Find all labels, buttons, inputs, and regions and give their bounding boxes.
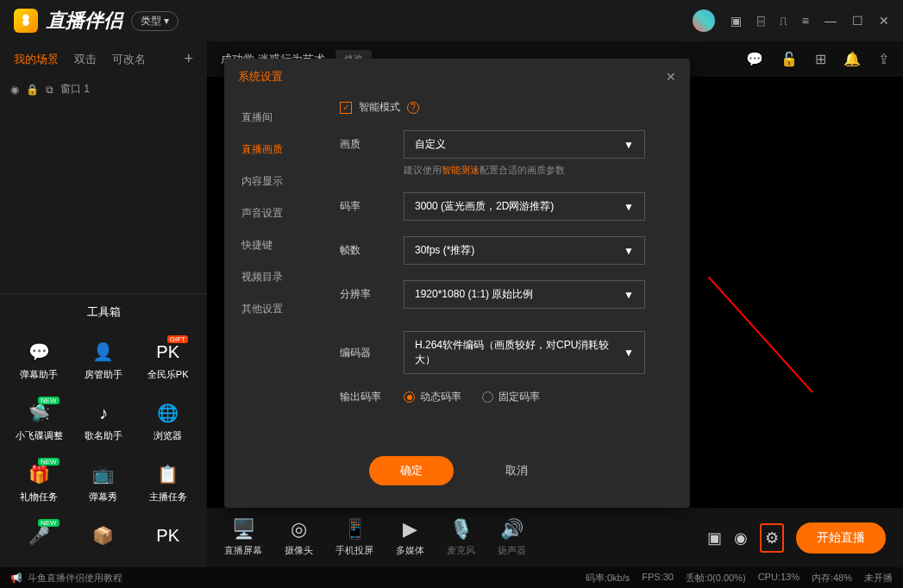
- titlebar: 直播伴侣 类型▾ ▣ ⌸ ⎍ ≡ — ☐ ✕: [0, 0, 903, 41]
- bt-multimedia[interactable]: ▶多媒体: [396, 518, 424, 557]
- chevron-down-icon: ▼: [624, 289, 634, 301]
- gear-icon[interactable]: ⚙: [765, 529, 779, 547]
- settings-button-highlight: ⚙: [760, 523, 784, 553]
- tab-rename[interactable]: 可改名: [112, 52, 146, 67]
- titlebar-right: ▣ ⌸ ⎍ ≡ — ☐ ✕: [693, 9, 889, 32]
- tab-doubleclick[interactable]: 双击: [74, 52, 97, 67]
- nav-other[interactable]: 其他设置: [224, 293, 319, 325]
- shirt-icon[interactable]: ⎍: [780, 14, 787, 28]
- bitrate-label: 码率: [340, 199, 388, 214]
- nav-quality[interactable]: 直播画质: [224, 134, 319, 166]
- tool-anchor-task[interactable]: 📋主播任务: [135, 453, 200, 514]
- maximize-icon[interactable]: ☐: [852, 14, 863, 28]
- bt-screen[interactable]: 🖥️直播屏幕: [224, 518, 262, 557]
- quality-hint: 建议使用智能测速配置合适的画质参数: [404, 164, 669, 177]
- sb-drop: 丢帧:0(0.00%): [686, 572, 746, 585]
- titlebar-left: 直播伴侣 类型▾: [14, 8, 179, 34]
- tool-gift-task[interactable]: NEW🎁礼物任务: [7, 453, 72, 514]
- type-dropdown[interactable]: 类型▾: [131, 11, 179, 31]
- bt-mobile-cast[interactable]: 📱手机投屏: [335, 518, 373, 557]
- speed-test-link[interactable]: 智能测速: [442, 165, 480, 175]
- tool-mic[interactable]: NEW🎤: [7, 514, 72, 557]
- chevron-down-icon: ▼: [624, 201, 634, 213]
- resolution-select[interactable]: 1920*1080 (1:1) 原始比例▼: [404, 280, 645, 309]
- close-icon[interactable]: ✕: [879, 14, 889, 28]
- screen-icon[interactable]: ▣: [731, 14, 742, 28]
- tab-my-scene[interactable]: 我的场景: [14, 52, 59, 67]
- nav-video-dir[interactable]: 视频目录: [224, 261, 319, 293]
- bt-mic[interactable]: 🎙️麦克风: [447, 518, 475, 557]
- sb-bitrate: 码率:0kb/s: [586, 572, 630, 585]
- modal-nav: 直播间 直播画质 内容显示 声音设置 快捷键 视频目录 其他设置: [224, 95, 319, 437]
- scene-tabs: 我的场景 双击 可改名 +: [0, 41, 207, 77]
- layout-icon[interactable]: ⊞: [815, 51, 826, 67]
- start-stream-button[interactable]: 开始直播: [796, 522, 886, 554]
- modal-title: 系统设置: [238, 69, 283, 84]
- nav-hotkey[interactable]: 快捷键: [224, 229, 319, 261]
- smart-mode-label: 智能模式: [359, 100, 400, 115]
- tool-danmu-helper[interactable]: 💬弹幕助手: [7, 330, 72, 391]
- smart-mode-checkbox[interactable]: ✓: [340, 102, 352, 114]
- chevron-down-icon: ▼: [624, 347, 634, 359]
- share-icon[interactable]: ⇪: [878, 51, 889, 67]
- statusbar: 📢 斗鱼直播伴侣使用教程 码率:0kb/s FPS:30 丢帧:0(0.00%)…: [0, 567, 903, 588]
- tool-pk2[interactable]: PK: [135, 514, 200, 557]
- radio-fixed[interactable]: 固定码率: [482, 390, 540, 404]
- chat-icon[interactable]: 💬: [746, 51, 763, 67]
- add-scene-button[interactable]: +: [184, 50, 193, 68]
- tool-box[interactable]: 📦: [72, 514, 136, 557]
- sb-mem: 内存:48%: [812, 572, 852, 585]
- sb-cpu: CPU:13%: [758, 572, 800, 585]
- nav-room[interactable]: 直播间: [224, 102, 319, 134]
- record-icon[interactable]: ▣: [707, 529, 722, 547]
- eye-icon[interactable]: ◉: [10, 84, 19, 96]
- visibility-icon[interactable]: ◉: [734, 529, 748, 547]
- nav-audio[interactable]: 声音设置: [224, 197, 319, 229]
- bottom-toolbar: 🖥️直播屏幕 ◎摄像头 📱手机投屏 ▶多媒体 🎙️麦克风 🔊扬声器 ▣ ◉ ⚙ …: [207, 508, 903, 567]
- monitor-icon[interactable]: ⌸: [757, 14, 764, 28]
- quality-select[interactable]: 自定义▼: [404, 130, 645, 159]
- bt-camera[interactable]: ◎摄像头: [285, 518, 313, 557]
- sb-status: 未开播: [864, 572, 893, 585]
- fps-select[interactable]: 30fps (*推荐)▼: [404, 236, 645, 265]
- modal-content: ✓ 智能模式 ? 画质 自定义▼ 建议使用智能测速配置合适的画质参数 码率 30…: [319, 95, 690, 437]
- nav-display[interactable]: 内容显示: [224, 166, 319, 197]
- tool-ufo[interactable]: NEW🛸小飞碟调整: [7, 391, 72, 453]
- source-item[interactable]: ◉ 🔒 ⧉ 窗口 1: [0, 77, 207, 102]
- bt-speaker[interactable]: 🔊扬声器: [498, 518, 526, 557]
- encoder-select[interactable]: H.264软件编码（画质较好，对CPU消耗较大）▼: [404, 331, 645, 374]
- lock-icon[interactable]: 🔒: [26, 84, 39, 96]
- avatar[interactable]: [693, 9, 715, 32]
- encoder-label: 编码器: [340, 346, 388, 360]
- ok-button[interactable]: 确定: [369, 456, 454, 485]
- bitrate-select[interactable]: 3000 (蓝光画质，2D网游推荐)▼: [404, 192, 645, 221]
- notice-icon: 📢: [10, 572, 22, 584]
- tool-room-manager[interactable]: 👤房管助手: [72, 330, 136, 391]
- tool-pk[interactable]: GIFTPK全民乐PK: [135, 330, 200, 391]
- cancel-button[interactable]: 取消: [488, 456, 545, 485]
- settings-modal: 系统设置 ✕ 直播间 直播画质 内容显示 声音设置 快捷键 视频目录 其他设置 …: [224, 59, 690, 508]
- radio-dynamic[interactable]: 动态码率: [404, 390, 461, 404]
- quality-label: 画质: [340, 137, 388, 152]
- fps-label: 帧数: [340, 243, 388, 258]
- resolution-label: 分辨率: [340, 287, 388, 302]
- output-bitrate-label: 输出码率: [340, 390, 388, 404]
- toolbox-header: 工具箱: [0, 293, 207, 330]
- minimize-icon[interactable]: —: [825, 14, 837, 28]
- unlock-icon[interactable]: 🔓: [781, 51, 798, 67]
- chevron-down-icon: ▼: [624, 245, 634, 257]
- tool-browser[interactable]: 🌐浏览器: [135, 391, 200, 453]
- chevron-down-icon: ▼: [624, 139, 634, 151]
- source-label: 窗口 1: [60, 82, 90, 97]
- app-title: 直播伴侣: [47, 8, 122, 34]
- tutorial-link[interactable]: 斗鱼直播伴侣使用教程: [28, 572, 122, 585]
- help-icon[interactable]: ?: [407, 102, 419, 114]
- tool-song-helper[interactable]: ♪歌名助手: [72, 391, 136, 453]
- bell-icon[interactable]: 🔔: [843, 51, 861, 67]
- sidebar: 我的场景 双击 可改名 + ◉ 🔒 ⧉ 窗口 1 工具箱 💬弹幕助手 👤房管助手…: [0, 41, 207, 567]
- modal-close-icon[interactable]: ✕: [666, 70, 676, 84]
- app-logo-icon: [14, 9, 38, 33]
- window-icon: ⧉: [46, 84, 53, 96]
- tool-danmu-show[interactable]: 📺弹幕秀: [72, 453, 136, 514]
- menu-icon[interactable]: ≡: [802, 14, 809, 28]
